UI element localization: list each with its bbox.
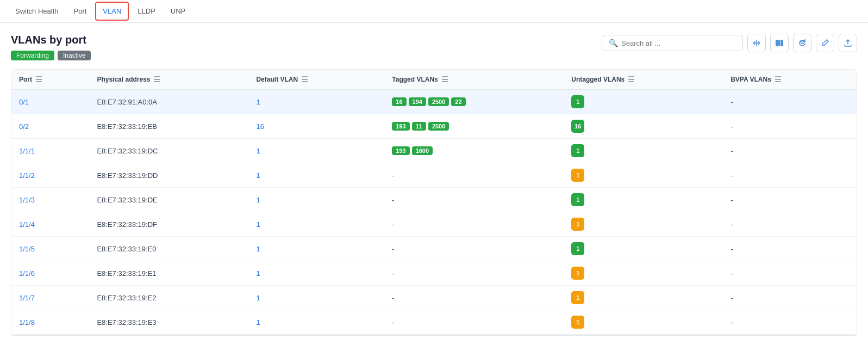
col-menu-physical-address[interactable]: ☰ [153, 75, 160, 84]
cell-bvpa-vlans: - [723, 90, 857, 114]
vlans-table: Port ☰ Physical address ☰ [11, 70, 857, 335]
search-input[interactable] [621, 39, 736, 47]
svg-rect-7 [778, 40, 780, 46]
table-row[interactable]: 1/1/7E8:E7:32:33:19:E21-1- [11, 286, 857, 310]
cell-default-vlan: 1 [248, 212, 384, 237]
cell-bvpa-vlans: - [723, 114, 857, 139]
edit-button[interactable] [816, 34, 834, 52]
cell-bvpa-vlans: - [723, 188, 857, 212]
cell-bvpa-vlans: - [723, 286, 857, 310]
table-row[interactable]: 1/1/8E8:E7:32:33:19:E31-1- [11, 310, 857, 335]
split-columns-button[interactable] [747, 34, 766, 52]
table-row[interactable]: 0/1E8:E7:32:91:A0:0A1161942500221- [11, 90, 857, 114]
untagged-badge: 1 [571, 267, 584, 280]
col-header-port: Port ☰ [11, 70, 89, 90]
untagged-badge: 16 [571, 120, 584, 133]
cell-bvpa-vlans: - [723, 139, 857, 163]
col-menu-untagged-vlans[interactable]: ☰ [628, 75, 635, 84]
table-row[interactable]: 1/1/4E8:E7:32:33:19:DF1-1- [11, 212, 857, 237]
page-title: VLANs by port [11, 34, 91, 46]
upload-button[interactable] [839, 34, 857, 52]
cell-port: 1/1/3 [11, 188, 89, 212]
untagged-badge: 1 [571, 144, 584, 157]
cell-bvpa-vlans: - [723, 261, 857, 286]
cell-port: 0/2 [11, 114, 89, 139]
col-header-untagged-vlans: Untagged VLANs ☰ [564, 70, 723, 90]
col-menu-default-vlan[interactable]: ☰ [301, 75, 308, 84]
cell-port: 1/1/8 [11, 310, 89, 335]
edit-icon [821, 39, 829, 47]
table-row[interactable]: 1/1/5E8:E7:32:33:19:E01-1- [11, 237, 857, 261]
tab-port[interactable]: Port [67, 3, 93, 20]
cell-tagged-vlans: - [384, 310, 564, 335]
badge-row: Forwarding Inactive [11, 51, 91, 60]
upload-icon [844, 39, 852, 47]
cell-untagged-vlans: 16 [564, 114, 723, 139]
cell-untagged-vlans: 1 [564, 237, 723, 261]
untagged-badge: 1 [571, 169, 584, 182]
cell-tagged-vlans: 16194250022 [384, 90, 564, 114]
vlan-tag: 1600 [412, 146, 433, 155]
inactive-badge[interactable]: Inactive [58, 51, 91, 60]
col-menu-bvpa-vlans[interactable]: ☰ [775, 75, 782, 84]
vlan-tag: 16 [392, 97, 406, 106]
untagged-badge: 1 [571, 291, 584, 304]
cell-tagged-vlans: 193112500 [384, 114, 564, 139]
vlan-tag: 193 [392, 146, 409, 155]
tab-unp[interactable]: UNP [164, 3, 192, 20]
cell-physical-address: E8:E7:32:33:19:E2 [89, 286, 248, 310]
cell-tagged-vlans: - [384, 212, 564, 237]
table-row[interactable]: 1/1/2E8:E7:32:33:19:DD1-1- [11, 163, 857, 188]
cell-port: 1/1/1 [11, 139, 89, 163]
table-row[interactable]: 0/2E8:E7:32:33:19:EB1619311250016- [11, 114, 857, 139]
cell-untagged-vlans: 1 [564, 261, 723, 286]
cell-default-vlan: 1 [248, 237, 384, 261]
vlan-tag: 2500 [428, 122, 449, 131]
cell-tagged-vlans: - [384, 237, 564, 261]
app-container: Switch Health Port VLAN LLDP UNP VLANs b… [0, 0, 868, 339]
cell-tagged-vlans: - [384, 188, 564, 212]
cell-bvpa-vlans: - [723, 237, 857, 261]
search-box: 🔍 [602, 35, 743, 51]
col-header-default-vlan: Default VLAN ☰ [248, 70, 384, 90]
table-row[interactable]: 1/1/3E8:E7:32:33:19:DE1-1- [11, 188, 857, 212]
col-menu-tagged-vlans[interactable]: ☰ [441, 75, 448, 84]
untagged-badge: 1 [571, 193, 584, 206]
col-menu-port[interactable]: ☰ [35, 75, 42, 84]
cell-port: 1/1/5 [11, 237, 89, 261]
cell-default-vlan: 1 [248, 139, 384, 163]
cell-tagged-vlans: 1931600 [384, 139, 564, 163]
vlan-tag: 193 [392, 122, 409, 131]
columns-button[interactable] [770, 34, 789, 52]
table-row[interactable]: 1/1/6E8:E7:32:33:19:E11-1- [11, 261, 857, 286]
untagged-badge: 1 [571, 218, 584, 231]
cell-physical-address: E8:E7:32:33:19:E1 [89, 261, 248, 286]
table-header-row: Port ☰ Physical address ☰ [11, 70, 857, 90]
cell-default-vlan: 1 [248, 90, 384, 114]
tab-switch-health[interactable]: Switch Health [9, 3, 65, 20]
search-icon: 🔍 [609, 39, 618, 47]
cell-default-vlan: 16 [248, 114, 384, 139]
split-icon [752, 39, 761, 47]
table-row[interactable]: 1/1/1E8:E7:32:33:19:DC119316001- [11, 139, 857, 163]
refresh-icon [798, 39, 807, 47]
cell-physical-address: E8:E7:32:33:19:EB [89, 114, 248, 139]
cell-untagged-vlans: 1 [564, 139, 723, 163]
tab-vlan[interactable]: VLAN [95, 2, 129, 21]
cell-untagged-vlans: 1 [564, 310, 723, 335]
forwarding-badge[interactable]: Forwarding [11, 51, 54, 60]
cell-port: 1/1/4 [11, 212, 89, 237]
cell-tagged-vlans: - [384, 261, 564, 286]
untagged-badge: 1 [571, 242, 584, 255]
refresh-button[interactable] [793, 34, 811, 52]
table-wrapper: Port ☰ Physical address ☰ [11, 69, 857, 335]
col-header-bvpa-vlans: BVPA VLANs ☰ [723, 70, 857, 90]
untagged-badge: 1 [571, 95, 584, 108]
header-left: VLANs by port Forwarding Inactive [11, 34, 91, 60]
tab-lldp[interactable]: LLDP [131, 3, 162, 20]
cell-tagged-vlans: - [384, 286, 564, 310]
cell-untagged-vlans: 1 [564, 286, 723, 310]
col-header-tagged-vlans: Tagged VLANs ☰ [384, 70, 564, 90]
cell-default-vlan: 1 [248, 286, 384, 310]
cell-untagged-vlans: 1 [564, 163, 723, 188]
